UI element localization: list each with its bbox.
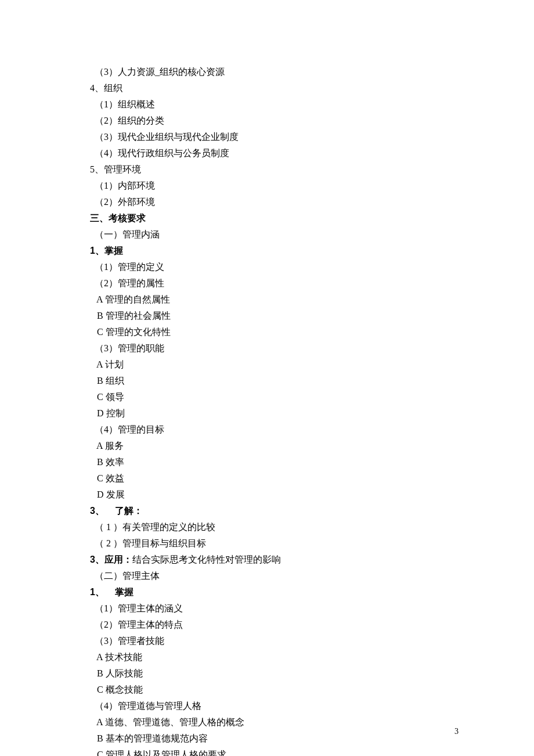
- text-line: （1）管理的定义: [90, 259, 534, 275]
- text-line: （1）内部环境: [90, 178, 534, 194]
- text-line: （3）现代企业组织与现代企业制度: [90, 129, 534, 145]
- text-line: （2）外部环境: [90, 194, 534, 210]
- text-line: B 人际技能: [90, 665, 534, 682]
- text-line: （4）现代行政组织与公务员制度: [90, 145, 534, 161]
- text-line: D 发展: [90, 487, 534, 503]
- text-line: （ 1 ）有关管理的定义的比较: [90, 519, 534, 535]
- text-line: C 管理的文化特性: [90, 324, 534, 340]
- text-line: A 道德、管理道德、管理人格的概念: [90, 714, 534, 730]
- text-line: （一）管理内涵: [90, 226, 534, 243]
- text-line: C 管理人格以及管理人格的要求: [90, 747, 534, 756]
- text-line: A 管理的自然属性: [90, 291, 534, 308]
- text-run: 3、应用：: [90, 555, 132, 564]
- text-line: （3）管理者技能: [90, 633, 534, 649]
- text-line: （1）组织概述: [90, 96, 534, 113]
- document-body: （3）人力资源_组织的核心资源4、组织（1）组织概述（2）组织的分类（3）现代企…: [90, 64, 534, 756]
- text-line: A 服务: [90, 438, 534, 454]
- text-line: （二）管理主体: [90, 568, 534, 584]
- text-line: （4）管理的目标: [90, 422, 534, 438]
- text-line: A 技术技能: [90, 649, 534, 665]
- text-line: 4、组织: [90, 80, 534, 96]
- text-line: C 概念技能: [90, 682, 534, 698]
- text-run: 结合实际思考文化特性对管理的影响: [132, 555, 281, 564]
- text-line: （2）组织的分类: [90, 113, 534, 129]
- text-line: C 领导: [90, 389, 534, 405]
- text-line: （4）管理道德与管理人格: [90, 698, 534, 714]
- text-line: 5、管理环境: [90, 161, 534, 178]
- text-line: B 基本的管理道德规范内容: [90, 730, 534, 747]
- text-line: 1、 掌握: [90, 584, 534, 600]
- text-line: 三、考核要求: [90, 210, 534, 226]
- text-line: D 控制: [90, 405, 534, 422]
- text-line: （2）管理的属性: [90, 275, 534, 291]
- text-line: A 计划: [90, 357, 534, 373]
- text-line: B 组织: [90, 373, 534, 389]
- text-line: 3、应用：结合实际思考文化特性对管理的影响: [90, 552, 534, 568]
- text-line: （ 2 ）管理目标与组织目标: [90, 535, 534, 552]
- text-line: C 效益: [90, 470, 534, 487]
- text-line: （3）人力资源_组织的核心资源: [90, 64, 534, 80]
- text-line: 3、 了解：: [90, 503, 534, 519]
- text-line: B 管理的社会属性: [90, 308, 534, 324]
- text-line: （3）管理的职能: [90, 340, 534, 357]
- page-number: 3: [454, 725, 459, 739]
- text-line: B 效率: [90, 454, 534, 470]
- text-line: （2）管理主体的特点: [90, 617, 534, 633]
- text-line: 1、掌握: [90, 243, 534, 259]
- text-line: （1）管理主体的涵义: [90, 600, 534, 617]
